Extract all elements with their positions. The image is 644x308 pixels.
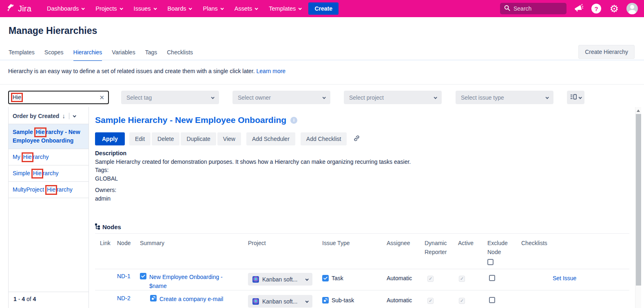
view-layout-toggle[interactable] <box>567 91 584 104</box>
view-button[interactable]: View <box>217 132 241 145</box>
exclude-node-checkbox[interactable] <box>489 275 495 281</box>
select-tag-dropdown[interactable]: Select tag <box>121 91 219 104</box>
menu-plans[interactable]: Plans <box>203 5 223 12</box>
intro-text: Hierarchy is an easy way to define a set… <box>8 68 285 74</box>
announcements-button[interactable] <box>572 2 584 15</box>
jira-logo[interactable]: Jira <box>6 3 31 14</box>
project-dropdown[interactable]: Kanban soft... <box>248 273 312 286</box>
order-by-control[interactable]: Order by Created ↓ <box>9 107 89 124</box>
col-checklists: Checklists <box>520 239 629 248</box>
task-icon <box>322 275 329 281</box>
project-dropdown[interactable]: Kanban soft... <box>248 295 312 308</box>
chevron-down-icon <box>299 7 302 10</box>
add-scheduler-button[interactable]: Add Scheduler <box>246 132 295 145</box>
pagination-status: 1 - 4 of 4 <box>9 292 89 308</box>
add-checklist-button[interactable]: Add Checklist <box>301 132 347 145</box>
chevron-down-icon[interactable] <box>73 114 76 117</box>
chevron-down-icon <box>305 299 308 303</box>
hierarchy-item-sample[interactable]: Sample Hierarchy - New Employee Onboardi… <box>9 124 89 149</box>
layout-icon <box>570 94 577 101</box>
tab-templates[interactable]: Templates <box>9 49 35 61</box>
dynamic-reporter-checkbox[interactable]: ✓ <box>427 276 434 282</box>
menu-boards[interactable]: Boards <box>168 5 192 12</box>
description-block: Description Sample Hierarchy created for… <box>95 149 411 203</box>
help-icon: ? <box>591 4 601 13</box>
search-match-highlight: Hie <box>31 169 43 179</box>
tab-hierarchies[interactable]: Hierarchies <box>73 49 102 61</box>
node-key-link[interactable]: ND-2 <box>117 295 131 301</box>
tab-variables[interactable]: Variables <box>112 49 135 61</box>
description-label: Description <box>95 149 411 158</box>
task-icon <box>140 273 146 279</box>
tab-scopes[interactable]: Scopes <box>44 49 64 61</box>
hierarchy-detail-pane: Sample Hierarchy - New Employee Onboardi… <box>95 107 629 308</box>
search-match-highlight: Hie <box>11 93 23 103</box>
nodes-section-header: Nodes <box>95 223 121 231</box>
settings-button[interactable]: ⚙ <box>608 2 620 15</box>
col-link: Link <box>95 239 117 248</box>
active-checkbox[interactable]: ✓ <box>459 276 465 282</box>
edit-button[interactable]: Edit <box>129 132 150 145</box>
summary-link[interactable]: New Employee Onboarding - $name <box>149 273 236 290</box>
select-project-dropdown[interactable]: Select project <box>344 91 442 104</box>
page-title: Manage Hierarchies <box>9 25 97 36</box>
select-issue-type-dropdown[interactable]: Select issue type <box>456 91 553 104</box>
create-hierarchy-button[interactable]: Create Hierarchy <box>578 45 635 59</box>
sort-desc-icon[interactable]: ↓ <box>62 112 65 119</box>
exclude-all-checkbox[interactable] <box>487 259 494 265</box>
tab-tags[interactable]: Tags <box>145 49 157 61</box>
col-dynamic-reporter: Dynamic Reporter <box>425 239 458 257</box>
learn-more-link[interactable]: Learn more <box>257 68 286 74</box>
menu-projects[interactable]: Projects <box>95 5 122 12</box>
top-nav: Jira Dashboards Projects Issues Boards P… <box>0 0 644 17</box>
scroll-up-icon[interactable] <box>637 109 640 112</box>
chevron-down-icon <box>220 7 224 10</box>
scrollbar-thumb[interactable] <box>636 114 641 286</box>
profile-button[interactable] <box>626 2 638 15</box>
subtask-icon <box>322 297 329 304</box>
tags-label: Tags: <box>95 166 411 174</box>
active-checkbox[interactable]: ✓ <box>459 298 465 304</box>
help-button[interactable]: ? <box>590 2 602 15</box>
delete-button[interactable]: Delete <box>152 132 179 145</box>
row-divider <box>95 269 629 269</box>
col-exclude-node: Exclude Node <box>487 239 520 265</box>
divider <box>69 113 69 119</box>
set-issue-link[interactable]: Set Issue <box>553 275 576 281</box>
apply-button[interactable]: Apply <box>95 132 125 145</box>
dynamic-reporter-checkbox[interactable]: ✓ <box>427 298 434 304</box>
hierarchy-item-my[interactable]: My Hierarchy <box>9 149 89 165</box>
row-divider <box>95 290 629 290</box>
hierarchy-item-multyproject[interactable]: MultyProject Hierarchy <box>9 182 89 198</box>
col-summary: Summary <box>140 239 248 248</box>
copy-link-button[interactable] <box>353 134 361 143</box>
clear-search-icon[interactable]: ✕ <box>99 94 104 101</box>
duplicate-button[interactable]: Duplicate <box>181 132 216 145</box>
menu-issues[interactable]: Issues <box>134 5 156 12</box>
exclude-node-checkbox[interactable] <box>489 297 495 303</box>
node-key-link[interactable]: ND-1 <box>117 273 131 279</box>
info-icon[interactable]: i <box>290 117 297 124</box>
summary-link[interactable]: Create a company e-mail <box>159 295 223 304</box>
chevron-down-icon <box>578 96 582 99</box>
chevron-down-icon <box>322 96 325 99</box>
chevron-down-icon <box>153 7 157 10</box>
global-search-input[interactable]: Search <box>500 3 567 14</box>
menu-templates[interactable]: Templates <box>269 5 301 12</box>
tab-checklists[interactable]: Checklists <box>167 49 193 61</box>
chevron-down-icon <box>255 7 258 10</box>
menu-dashboards[interactable]: Dashboards <box>47 5 84 12</box>
menu-assets[interactable]: Assets <box>235 5 258 12</box>
col-assignee: Assignee <box>387 239 425 248</box>
chevron-down-icon <box>305 277 308 281</box>
create-button[interactable]: Create <box>308 2 339 15</box>
hierarchy-search-input[interactable]: Hie ✕ <box>8 91 109 104</box>
col-issue-type: Issue Type <box>322 239 387 248</box>
tags-value: GLOBAL <box>95 174 411 183</box>
chevron-down-icon <box>434 96 437 99</box>
action-toolbar: Apply Edit Delete Duplicate View Add Sch… <box>95 132 361 145</box>
select-owner-dropdown[interactable]: Select owner <box>232 91 330 104</box>
hierarchy-item-simple[interactable]: Simple Hierarchy <box>9 165 89 182</box>
vertical-scrollbar[interactable] <box>635 107 641 308</box>
col-project: Project <box>248 239 322 248</box>
